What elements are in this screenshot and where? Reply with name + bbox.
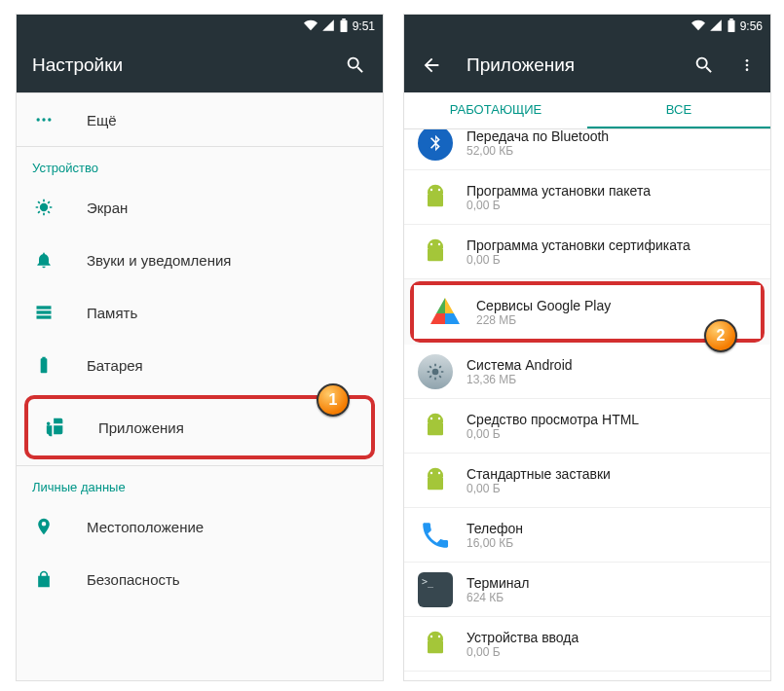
settings-item-more[interactable]: Ещё: [17, 93, 383, 146]
app-row-dreams[interactable]: Стандартные заставки 0,00 Б: [404, 454, 770, 508]
svg-point-30: [430, 471, 432, 473]
android-icon: [418, 463, 453, 498]
svg-marker-21: [445, 298, 454, 313]
settings-item-security[interactable]: Безопасность: [17, 553, 383, 605]
battery-icon: [727, 18, 736, 35]
svg-point-3: [42, 118, 45, 121]
tab-running[interactable]: РАБОТАЮЩИЕ: [404, 92, 587, 128]
bell-icon: [32, 250, 56, 270]
svg-point-11: [746, 59, 749, 62]
svg-rect-7: [37, 310, 52, 313]
app-size: 52,00 КБ: [467, 144, 609, 158]
app-list[interactable]: Передача по Bluetooth 52,00 КБ Программа…: [404, 129, 770, 681]
phone-settings: 9:51 Настройки Ещё Устройство Экран З: [16, 14, 384, 681]
svg-rect-6: [37, 306, 52, 309]
item-label: Звуки и уведомления: [87, 252, 231, 269]
app-size: 0,00 Б: [467, 482, 611, 495]
wifi-icon: [304, 18, 317, 35]
app-size: 228 МБ: [476, 313, 611, 327]
apps-icon: [44, 417, 67, 438]
svg-point-4: [48, 118, 51, 121]
svg-rect-17: [428, 248, 443, 261]
app-name: Сервисы Google Play: [476, 298, 611, 313]
status-time: 9:51: [353, 19, 375, 33]
tabs: РАБОТАЮЩИЕ ВСЕ: [404, 92, 770, 129]
svg-point-12: [746, 64, 749, 67]
app-row-terminal[interactable]: >_ Терминал 624 КБ: [404, 563, 770, 617]
settings-item-storage[interactable]: Память: [17, 286, 383, 339]
app-name: Средство просмотра HTML: [467, 412, 639, 427]
display-icon: [32, 198, 56, 217]
phone-icon: [418, 518, 453, 553]
app-name: Передача по Bluetooth: [467, 129, 609, 144]
app-size: 13,36 МБ: [467, 373, 573, 386]
svg-rect-9: [728, 19, 734, 31]
app-size: 0,00 Б: [467, 427, 639, 441]
page-title: Настройки: [32, 55, 320, 76]
tab-all[interactable]: ВСЕ: [587, 92, 770, 128]
section-device-header: Устройство: [17, 147, 383, 181]
svg-point-18: [430, 242, 432, 244]
svg-rect-14: [428, 194, 443, 206]
app-name: Терминал: [467, 575, 529, 591]
app-row-input-devices[interactable]: Устройства ввода 0,00 Б: [404, 617, 770, 672]
svg-marker-22: [436, 298, 445, 313]
app-row-phone[interactable]: Телефон 16,00 КБ: [404, 508, 770, 563]
phone-apps: 9:56 Приложения РАБОТАЮЩИЕ ВСЕ Передача …: [403, 14, 771, 681]
svg-marker-23: [430, 313, 445, 324]
status-bar: 9:51: [17, 15, 383, 38]
back-icon[interactable]: [420, 54, 443, 77]
android-icon: [418, 235, 453, 270]
settings-item-sound[interactable]: Звуки и уведомления: [17, 234, 383, 286]
page-title: Приложения: [467, 55, 669, 76]
android-icon: [418, 409, 453, 444]
system-icon: [418, 354, 453, 389]
item-label: Местоположение: [87, 519, 204, 535]
app-row-html-viewer[interactable]: Средство просмотра HTML 0,00 Б: [404, 399, 770, 454]
svg-rect-0: [340, 19, 347, 31]
item-label: Безопасность: [87, 571, 180, 588]
app-name: Стандартные заставки: [467, 466, 611, 482]
svg-rect-29: [428, 477, 443, 490]
files-icon: [418, 681, 453, 682]
app-name: Устройства ввода: [467, 630, 579, 645]
svg-point-27: [430, 417, 432, 418]
play-services-icon: [428, 295, 463, 330]
app-row-cert-installer[interactable]: Программа установки сертификата 0,00 Б: [404, 225, 770, 279]
signal-icon: [709, 18, 723, 35]
search-icon[interactable]: [692, 54, 716, 77]
bluetooth-icon: [418, 129, 453, 161]
signal-icon: [321, 18, 335, 35]
storage-icon: [32, 303, 56, 322]
svg-point-33: [430, 635, 432, 636]
app-name: Система Android: [467, 357, 573, 373]
settings-list: Ещё Устройство Экран Звуки и уведомления…: [17, 92, 383, 605]
item-label: Батарея: [87, 357, 143, 374]
svg-point-25: [432, 368, 439, 375]
search-icon[interactable]: [344, 54, 367, 77]
svg-point-16: [438, 188, 440, 190]
terminal-icon: >_: [418, 572, 453, 607]
svg-marker-24: [445, 313, 460, 324]
app-row-android-system[interactable]: Система Android 13,36 МБ: [404, 345, 770, 399]
step-badge-2: 2: [704, 319, 737, 352]
app-row-files[interactable]: Файлы 112 КБ: [404, 672, 770, 681]
settings-item-location[interactable]: Местоположение: [17, 500, 383, 553]
overflow-icon[interactable]: [739, 54, 755, 77]
svg-point-19: [438, 242, 440, 244]
section-personal-header: Личные данные: [17, 466, 383, 500]
android-icon: [418, 627, 453, 662]
battery-icon: [339, 18, 349, 35]
svg-rect-26: [428, 422, 443, 435]
app-row-package-installer[interactable]: Программа установки пакета 0,00 Б: [404, 170, 770, 225]
app-size: 0,00 Б: [467, 199, 651, 212]
svg-point-31: [438, 471, 440, 473]
svg-point-2: [37, 118, 40, 121]
app-size: 0,00 Б: [467, 645, 579, 659]
svg-rect-10: [729, 18, 733, 20]
settings-item-display[interactable]: Экран: [17, 181, 383, 234]
step-badge-1: 1: [317, 383, 350, 417]
app-size: 16,00 КБ: [467, 536, 523, 550]
svg-rect-8: [37, 315, 52, 318]
app-row-bluetooth[interactable]: Передача по Bluetooth 52,00 КБ: [404, 129, 770, 170]
